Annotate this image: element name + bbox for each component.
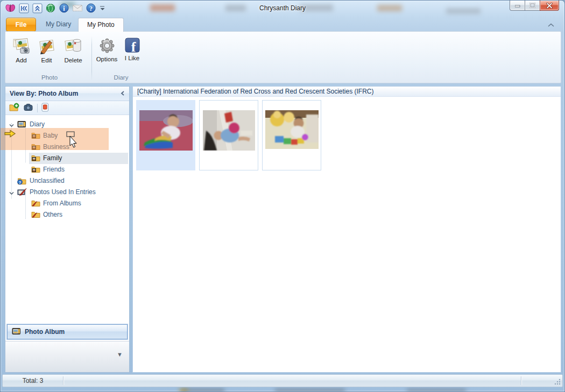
album-title: [Charity] International Federation of Re… — [137, 88, 374, 95]
maximize-button[interactable] — [525, 1, 540, 11]
tree-item-from-albums[interactable]: From Albums — [5, 198, 129, 209]
svg-text:?: ? — [19, 180, 22, 185]
folder-photo-icon — [31, 154, 40, 163]
tree-item-unclassified[interactable]: ? Unclassified — [5, 175, 129, 187]
facebook-icon: f — [124, 37, 140, 53]
minimize-button[interactable] — [510, 1, 525, 11]
ribbon-group-label-diary: Diary — [94, 73, 148, 83]
ribbon: Add Edit Delete — [5, 31, 561, 83]
file-tab[interactable]: File — [6, 18, 36, 32]
window-controls — [510, 1, 559, 11]
resize-grip-icon[interactable] — [554, 378, 561, 385]
nav-pane-options-strip: ▼ — [5, 341, 129, 372]
app-window: i ? Chrysanth Diary Fil — [0, 0, 565, 392]
tab-my-photo[interactable]: My Photo — [78, 18, 124, 32]
tree-item-photos-used-in-entries[interactable]: Photos Used In Entries — [5, 187, 129, 198]
folder-question-icon: ? — [17, 176, 26, 187]
delete-photo-button[interactable]: Delete — [59, 35, 87, 64]
camera-icon[interactable] — [23, 103, 33, 113]
title-bar: i ? Chrysanth Diary — [1, 1, 564, 17]
glass-artifact — [181, 389, 224, 392]
photo-baby-on-mat — [203, 110, 255, 151]
tree-item-friends[interactable]: Friends — [5, 164, 129, 175]
status-bar: Total: 3 — [2, 374, 563, 387]
close-button[interactable] — [540, 1, 559, 11]
glass-artifact — [275, 389, 345, 392]
ribbon-group-separator — [91, 36, 92, 81]
album-title-bar: [Charity] International Federation of Re… — [133, 87, 561, 97]
nav-pane-dropdown-icon[interactable]: ▼ — [117, 351, 123, 358]
photo-thumbnail-3[interactable] — [262, 100, 321, 170]
photo-thumbnail-1[interactable] — [136, 100, 195, 170]
sidebar-header: View By: Photo Album — [5, 87, 129, 101]
thumbnail-list — [133, 97, 561, 174]
ribbon-group-diary: Options f I Like Diary — [94, 34, 148, 83]
photo-thumbnail-2[interactable] — [199, 100, 258, 170]
add-album-icon[interactable] — [9, 103, 19, 113]
photo-baby-with-book — [139, 110, 193, 151]
tree-item-family[interactable]: Family — [5, 153, 129, 164]
folder-photo-icon — [31, 165, 40, 175]
glass-artifact — [179, 389, 188, 392]
i-like-facebook-button[interactable]: f I Like — [119, 35, 145, 62]
collapse-ribbon-chevron-icon[interactable] — [546, 22, 556, 29]
sidebar-toolbar — [5, 101, 129, 115]
ribbon-group-photo: Add Edit Delete — [9, 34, 90, 83]
window-title: Chrysanth Diary — [1, 4, 564, 12]
add-photo-icon — [12, 37, 31, 55]
status-separator — [63, 376, 63, 385]
options-button[interactable]: Options — [94, 35, 119, 63]
folder-quill-icon — [31, 199, 40, 209]
drop-target-arrow-icon — [4, 130, 16, 139]
photo-album-nav-button[interactable]: Photo Album — [7, 324, 128, 339]
quill-album-icon — [17, 188, 27, 198]
delete-photo-icon — [64, 37, 82, 55]
glass-artifact — [407, 389, 466, 392]
tree-item-others[interactable]: Others — [5, 209, 129, 220]
ribbon-tab-row: File My Diary My Photo — [5, 17, 560, 32]
edit-photo-button[interactable]: Edit — [34, 35, 59, 64]
photo-baby-in-crib — [265, 110, 319, 149]
toolbar-separator — [37, 104, 38, 112]
view-by-label: View By: Photo Album — [10, 90, 78, 97]
ribbon-group-label-photo: Photo — [9, 73, 90, 83]
folder-quill-icon — [31, 210, 40, 220]
options-gear-icon — [98, 37, 116, 54]
drag-drop-highlight — [1, 128, 109, 150]
expand-chevron-icon[interactable] — [9, 189, 14, 197]
add-photo-button[interactable]: Add — [9, 35, 34, 64]
tab-my-diary[interactable]: My Diary — [37, 18, 80, 32]
photo-device-icon[interactable] — [41, 103, 49, 113]
photo-album-small-icon — [12, 327, 21, 337]
photo-list-panel: [Charity] International Federation of Re… — [132, 86, 561, 373]
status-separator — [521, 376, 521, 385]
total-count: Total: 3 — [3, 375, 63, 387]
svg-text:f: f — [131, 39, 136, 53]
collapse-sidebar-icon[interactable] — [121, 90, 125, 97]
edit-photo-icon — [38, 37, 56, 55]
drag-mouse-cursor — [66, 131, 79, 150]
